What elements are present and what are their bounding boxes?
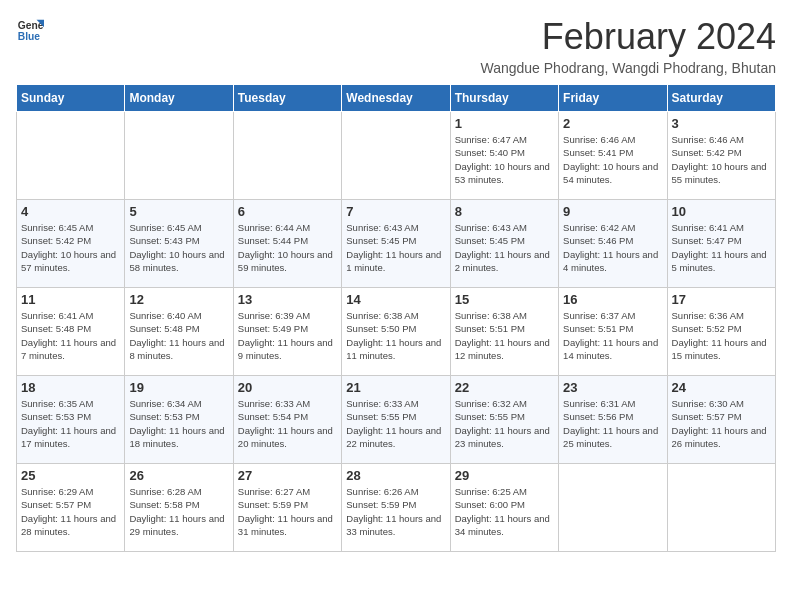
cell-date-number: 16	[563, 292, 662, 307]
cell-date-number: 18	[21, 380, 120, 395]
cell-info-text: Sunrise: 6:27 AM Sunset: 5:59 PM Dayligh…	[238, 485, 337, 538]
calendar-cell: 2Sunrise: 6:46 AM Sunset: 5:41 PM Daylig…	[559, 112, 667, 200]
calendar-subtitle: Wangdue Phodrang, Wangdi Phodrang, Bhuta…	[480, 60, 776, 76]
calendar-cell: 10Sunrise: 6:41 AM Sunset: 5:47 PM Dayli…	[667, 200, 775, 288]
calendar-cell: 24Sunrise: 6:30 AM Sunset: 5:57 PM Dayli…	[667, 376, 775, 464]
calendar-cell: 28Sunrise: 6:26 AM Sunset: 5:59 PM Dayli…	[342, 464, 450, 552]
cell-date-number: 29	[455, 468, 554, 483]
calendar-cell	[233, 112, 341, 200]
calendar-cell: 20Sunrise: 6:33 AM Sunset: 5:54 PM Dayli…	[233, 376, 341, 464]
weekday-header-sunday: Sunday	[17, 85, 125, 112]
calendar-cell: 5Sunrise: 6:45 AM Sunset: 5:43 PM Daylig…	[125, 200, 233, 288]
cell-date-number: 17	[672, 292, 771, 307]
calendar-cell: 25Sunrise: 6:29 AM Sunset: 5:57 PM Dayli…	[17, 464, 125, 552]
cell-date-number: 27	[238, 468, 337, 483]
cell-info-text: Sunrise: 6:45 AM Sunset: 5:43 PM Dayligh…	[129, 221, 228, 274]
cell-info-text: Sunrise: 6:39 AM Sunset: 5:49 PM Dayligh…	[238, 309, 337, 362]
calendar-cell: 17Sunrise: 6:36 AM Sunset: 5:52 PM Dayli…	[667, 288, 775, 376]
calendar-cell: 1Sunrise: 6:47 AM Sunset: 5:40 PM Daylig…	[450, 112, 558, 200]
calendar-cell: 29Sunrise: 6:25 AM Sunset: 6:00 PM Dayli…	[450, 464, 558, 552]
title-area: February 2024 Wangdue Phodrang, Wangdi P…	[480, 16, 776, 76]
calendar-cell: 21Sunrise: 6:33 AM Sunset: 5:55 PM Dayli…	[342, 376, 450, 464]
cell-date-number: 1	[455, 116, 554, 131]
calendar-cell: 12Sunrise: 6:40 AM Sunset: 5:48 PM Dayli…	[125, 288, 233, 376]
cell-date-number: 24	[672, 380, 771, 395]
cell-info-text: Sunrise: 6:31 AM Sunset: 5:56 PM Dayligh…	[563, 397, 662, 450]
calendar-week-row: 18Sunrise: 6:35 AM Sunset: 5:53 PM Dayli…	[17, 376, 776, 464]
cell-date-number: 6	[238, 204, 337, 219]
calendar-cell: 13Sunrise: 6:39 AM Sunset: 5:49 PM Dayli…	[233, 288, 341, 376]
calendar-cell: 7Sunrise: 6:43 AM Sunset: 5:45 PM Daylig…	[342, 200, 450, 288]
cell-date-number: 14	[346, 292, 445, 307]
weekday-header-row: SundayMondayTuesdayWednesdayThursdayFrid…	[17, 85, 776, 112]
cell-date-number: 15	[455, 292, 554, 307]
cell-info-text: Sunrise: 6:40 AM Sunset: 5:48 PM Dayligh…	[129, 309, 228, 362]
calendar-cell: 18Sunrise: 6:35 AM Sunset: 5:53 PM Dayli…	[17, 376, 125, 464]
cell-info-text: Sunrise: 6:37 AM Sunset: 5:51 PM Dayligh…	[563, 309, 662, 362]
cell-date-number: 23	[563, 380, 662, 395]
cell-date-number: 13	[238, 292, 337, 307]
cell-date-number: 2	[563, 116, 662, 131]
cell-date-number: 10	[672, 204, 771, 219]
cell-date-number: 21	[346, 380, 445, 395]
cell-info-text: Sunrise: 6:30 AM Sunset: 5:57 PM Dayligh…	[672, 397, 771, 450]
cell-info-text: Sunrise: 6:43 AM Sunset: 5:45 PM Dayligh…	[346, 221, 445, 274]
weekday-header-wednesday: Wednesday	[342, 85, 450, 112]
calendar-cell: 3Sunrise: 6:46 AM Sunset: 5:42 PM Daylig…	[667, 112, 775, 200]
cell-date-number: 11	[21, 292, 120, 307]
calendar-cell	[125, 112, 233, 200]
calendar-cell: 15Sunrise: 6:38 AM Sunset: 5:51 PM Dayli…	[450, 288, 558, 376]
cell-info-text: Sunrise: 6:47 AM Sunset: 5:40 PM Dayligh…	[455, 133, 554, 186]
weekday-header-thursday: Thursday	[450, 85, 558, 112]
calendar-week-row: 11Sunrise: 6:41 AM Sunset: 5:48 PM Dayli…	[17, 288, 776, 376]
cell-info-text: Sunrise: 6:34 AM Sunset: 5:53 PM Dayligh…	[129, 397, 228, 450]
cell-info-text: Sunrise: 6:44 AM Sunset: 5:44 PM Dayligh…	[238, 221, 337, 274]
calendar-week-row: 4Sunrise: 6:45 AM Sunset: 5:42 PM Daylig…	[17, 200, 776, 288]
calendar-cell	[342, 112, 450, 200]
calendar-week-row: 1Sunrise: 6:47 AM Sunset: 5:40 PM Daylig…	[17, 112, 776, 200]
calendar-cell: 19Sunrise: 6:34 AM Sunset: 5:53 PM Dayli…	[125, 376, 233, 464]
logo: General Blue	[16, 16, 44, 44]
cell-info-text: Sunrise: 6:29 AM Sunset: 5:57 PM Dayligh…	[21, 485, 120, 538]
cell-date-number: 26	[129, 468, 228, 483]
calendar-cell: 14Sunrise: 6:38 AM Sunset: 5:50 PM Dayli…	[342, 288, 450, 376]
weekday-header-friday: Friday	[559, 85, 667, 112]
weekday-header-monday: Monday	[125, 85, 233, 112]
calendar-cell: 27Sunrise: 6:27 AM Sunset: 5:59 PM Dayli…	[233, 464, 341, 552]
calendar-table: SundayMondayTuesdayWednesdayThursdayFrid…	[16, 84, 776, 552]
cell-date-number: 20	[238, 380, 337, 395]
cell-info-text: Sunrise: 6:36 AM Sunset: 5:52 PM Dayligh…	[672, 309, 771, 362]
calendar-cell: 9Sunrise: 6:42 AM Sunset: 5:46 PM Daylig…	[559, 200, 667, 288]
calendar-cell	[667, 464, 775, 552]
cell-info-text: Sunrise: 6:45 AM Sunset: 5:42 PM Dayligh…	[21, 221, 120, 274]
calendar-cell: 6Sunrise: 6:44 AM Sunset: 5:44 PM Daylig…	[233, 200, 341, 288]
cell-info-text: Sunrise: 6:35 AM Sunset: 5:53 PM Dayligh…	[21, 397, 120, 450]
cell-info-text: Sunrise: 6:43 AM Sunset: 5:45 PM Dayligh…	[455, 221, 554, 274]
page-header: General Blue February 2024 Wangdue Phodr…	[16, 16, 776, 76]
cell-info-text: Sunrise: 6:26 AM Sunset: 5:59 PM Dayligh…	[346, 485, 445, 538]
cell-info-text: Sunrise: 6:41 AM Sunset: 5:48 PM Dayligh…	[21, 309, 120, 362]
calendar-cell: 22Sunrise: 6:32 AM Sunset: 5:55 PM Dayli…	[450, 376, 558, 464]
calendar-cell: 26Sunrise: 6:28 AM Sunset: 5:58 PM Dayli…	[125, 464, 233, 552]
cell-info-text: Sunrise: 6:33 AM Sunset: 5:55 PM Dayligh…	[346, 397, 445, 450]
calendar-title: February 2024	[480, 16, 776, 58]
svg-text:Blue: Blue	[18, 31, 41, 42]
logo-icon: General Blue	[16, 16, 44, 44]
cell-info-text: Sunrise: 6:46 AM Sunset: 5:41 PM Dayligh…	[563, 133, 662, 186]
cell-date-number: 3	[672, 116, 771, 131]
cell-info-text: Sunrise: 6:41 AM Sunset: 5:47 PM Dayligh…	[672, 221, 771, 274]
cell-date-number: 12	[129, 292, 228, 307]
cell-date-number: 19	[129, 380, 228, 395]
cell-info-text: Sunrise: 6:28 AM Sunset: 5:58 PM Dayligh…	[129, 485, 228, 538]
cell-info-text: Sunrise: 6:42 AM Sunset: 5:46 PM Dayligh…	[563, 221, 662, 274]
calendar-cell: 8Sunrise: 6:43 AM Sunset: 5:45 PM Daylig…	[450, 200, 558, 288]
cell-date-number: 22	[455, 380, 554, 395]
cell-info-text: Sunrise: 6:46 AM Sunset: 5:42 PM Dayligh…	[672, 133, 771, 186]
cell-date-number: 5	[129, 204, 228, 219]
cell-info-text: Sunrise: 6:32 AM Sunset: 5:55 PM Dayligh…	[455, 397, 554, 450]
cell-date-number: 4	[21, 204, 120, 219]
cell-info-text: Sunrise: 6:33 AM Sunset: 5:54 PM Dayligh…	[238, 397, 337, 450]
weekday-header-saturday: Saturday	[667, 85, 775, 112]
cell-date-number: 8	[455, 204, 554, 219]
cell-date-number: 9	[563, 204, 662, 219]
